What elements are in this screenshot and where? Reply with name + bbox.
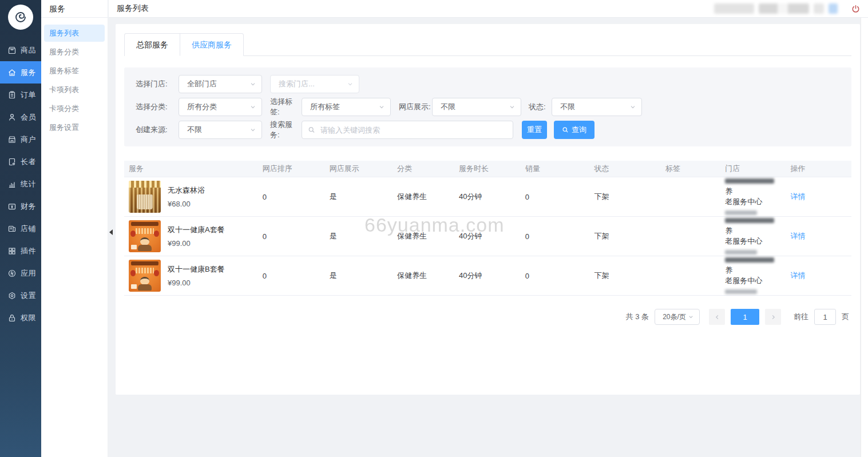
sidebar-item-merchants[interactable]: 商户 [0,128,41,150]
status-value: 下架 [589,192,661,202]
sidebar-item-finance[interactable]: 财务 [0,195,41,217]
redacted-text [725,218,774,223]
shop-show-value: 是 [325,271,393,281]
sidebar-item-label: 商品 [21,45,36,55]
service-name: 双十一健康B套餐 [168,264,225,275]
elders-icon [7,157,17,166]
user-info-redacted [759,3,809,14]
column-header-sales: 销量 [521,164,590,174]
detail-link[interactable]: 详情 [791,271,806,280]
settings-icon [7,291,17,300]
filter-row-2: 选择分类: 所有分类 选择标签: 所有标签 网店展示: 不限 状态: 不限 [136,98,851,116]
secondary-sidebar: 服务 服务列表 服务分类 服务标签 卡项列表 卡项分类 服务设置 [41,0,108,457]
table-row: 双十一健康B套餐 ¥99.00 0 是 保健养生 40分钟 0 下架 养 老服务… [124,256,851,296]
category-value: 保健养生 [393,192,454,202]
app-logo[interactable] [8,5,33,30]
page-size-select[interactable]: 20条/页 [655,309,700,325]
store-filter-label: 选择门店: [136,79,179,89]
tab-bar: 总部服务 供应商服务 [124,33,851,56]
filter-row-3: 创建来源: 不限 搜索服务: 重置 查询 [136,121,851,139]
store-search-select[interactable]: 搜索门店... [270,75,359,93]
search-icon [562,126,569,133]
search-service-label: 搜索服务: [270,120,302,140]
table-header-row: 服务 网店排序 网店展示 分类 服务时长 销量 状态 标签 门店 操作 [124,161,851,177]
sidebar-item-members[interactable]: 会员 [0,106,41,128]
sidebar-collapse-icon[interactable] [109,229,113,235]
sidebar-item-label: 商户 [21,134,36,145]
filter-block: 选择门店: 全部门店 搜索门店... 选择分类: 所有分类 选择标签: [124,67,851,146]
topbar: 服务列表 [109,0,868,18]
status-select[interactable]: 不限 [552,98,642,116]
sidebar-item-services[interactable]: 服务 [0,61,41,84]
service-thumbnail [129,220,161,252]
query-button[interactable]: 查询 [554,121,594,139]
sidebar-item-card-list[interactable]: 卡项列表 [44,81,105,98]
chevron-down-icon [629,104,636,110]
column-header-duration: 服务时长 [454,164,521,174]
sidebar-item-stats[interactable]: 统计 [0,173,41,195]
store-select[interactable]: 全部门店 [179,75,262,93]
table-row: 双十一健康A套餐 ¥99.00 0 是 保健养生 40分钟 0 下架 养 老服务… [124,217,851,256]
column-header-category: 分类 [393,164,454,174]
sidebar-item-elders[interactable]: 长者 [0,150,41,173]
column-header-service: 服务 [124,164,258,174]
finance-icon [7,202,17,211]
tag-select[interactable]: 所有标签 [302,98,391,116]
filter-row-1: 选择门店: 全部门店 搜索门店... [136,75,851,93]
sidebar-item-settings[interactable]: 设置 [0,284,41,307]
permissions-icon [7,313,17,323]
chevron-down-icon [688,314,694,320]
chevron-down-icon [378,104,385,110]
sidebar-item-permissions[interactable]: 权限 [0,307,41,329]
sidebar-item-orders[interactable]: 订单 [0,84,41,106]
sidebar-item-card-category[interactable]: 卡项分类 [44,100,105,117]
secondary-sidebar-list: 服务列表 服务分类 服务标签 卡项列表 卡项分类 服务设置 [41,18,108,136]
merchants-icon [7,135,17,144]
apps-icon [7,269,17,278]
source-filter-label: 创建来源: [136,125,179,135]
page-number-button[interactable]: 1 [731,309,759,325]
status-value: 下架 [589,231,661,241]
sidebar-item-apps[interactable]: 应用 [0,262,41,284]
goto-page-input[interactable] [814,309,836,325]
category-filter-label: 选择分类: [136,102,179,112]
sidebar-item-service-list[interactable]: 服务列表 [44,25,105,42]
column-header-actions: 操作 [786,164,851,174]
orders-icon [7,90,17,100]
scrollbar-track[interactable] [861,18,868,457]
sidebar-item-label: 设置 [21,291,36,301]
logout-button[interactable] [851,5,860,13]
page-size-value: 20条/页 [663,312,686,322]
service-price: ¥99.00 [168,279,225,287]
sidebar-item-label: 长者 [21,157,36,167]
shop-show-value: 是 [325,192,393,202]
goto-label: 前往 [794,312,808,322]
query-button-label: 查询 [572,125,586,135]
services-table: 服务 网店排序 网店展示 分类 服务时长 销量 状态 标签 门店 操作 无水森林… [124,161,851,296]
detail-link[interactable]: 详情 [791,232,806,240]
topbar-user-area [714,3,860,14]
detail-link[interactable]: 详情 [791,192,806,201]
redacted-text [725,257,774,263]
sidebar-item-shop[interactable]: 店铺 [0,217,41,240]
sidebar-item-service-category[interactable]: 服务分类 [44,43,105,61]
shop-show-filter-label: 网店展示: [399,102,432,112]
tab-supplier-services[interactable]: 供应商服务 [180,33,244,56]
sidebar-item-goods[interactable]: 商品 [0,39,41,61]
reset-button[interactable]: 重置 [522,121,547,139]
service-search-input[interactable] [320,126,507,134]
category-value: 保健养生 [393,231,454,241]
sidebar-item-plugins[interactable]: 插件 [0,240,41,262]
source-select[interactable]: 不限 [179,121,262,139]
category-select[interactable]: 所有分类 [179,98,262,116]
prev-page-button[interactable] [709,309,725,325]
sales-value: 0 [521,232,590,241]
shop-show-select[interactable]: 不限 [432,98,521,116]
next-page-button[interactable] [765,309,781,325]
goods-icon [7,46,17,55]
sidebar-item-service-settings[interactable]: 服务设置 [44,119,105,136]
sidebar-item-label: 统计 [21,179,36,189]
sidebar-item-service-tags[interactable]: 服务标签 [44,62,105,80]
tab-headquarters-services[interactable]: 总部服务 [124,33,180,56]
sales-value: 0 [521,193,590,201]
